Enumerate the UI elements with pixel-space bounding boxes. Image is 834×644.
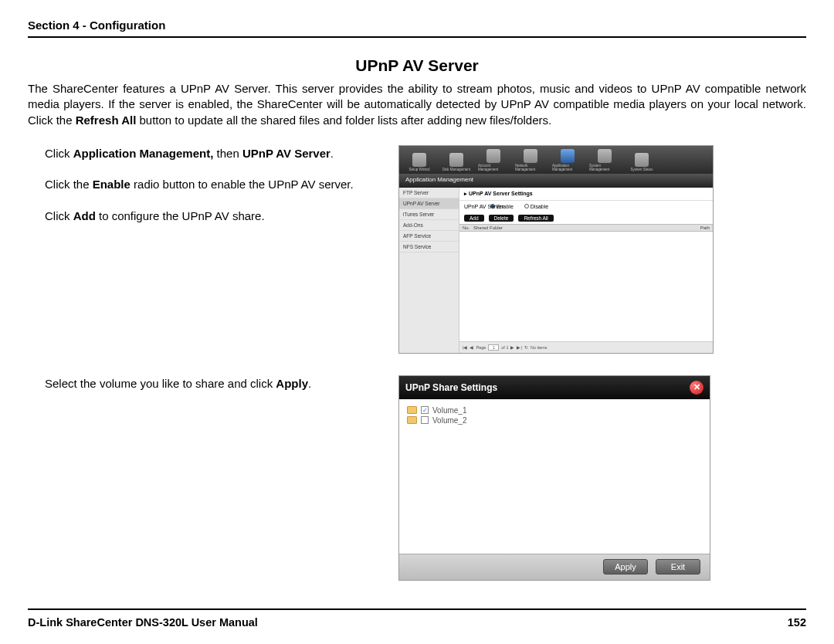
instruction-row-1: Click Application Management, then UPnP … <box>28 145 806 354</box>
volume-item-2[interactable]: Volume_2 <box>407 415 702 425</box>
pager-last-icon[interactable]: ▶| <box>517 345 521 350</box>
pager-input[interactable]: 1 <box>488 344 499 351</box>
topicon-system-status[interactable]: System Status <box>626 148 657 171</box>
instr2-line: Select the volume you like to share and … <box>45 375 368 393</box>
apply-button[interactable]: Apply <box>603 559 648 575</box>
enable-radio-row: UPnP AV Server Enable Disable <box>459 201 713 212</box>
sidebar: FTP Server UPnP AV Server iTunes Server … <box>399 188 459 353</box>
sidebar-item-nfs[interactable]: NFS Service <box>399 242 459 253</box>
screenshot-upnp-share-dialog: UPnP Share Settings ✕ ✓ Volume_1 Volume_… <box>398 375 710 581</box>
dialog-body: ✓ Volume_1 Volume_2 <box>399 399 710 554</box>
pager: |◀ ◀ Page 1 of 1 ▶ ▶| ↻ No items <box>459 341 713 353</box>
volume-item-1[interactable]: ✓ Volume_1 <box>407 405 702 415</box>
radio-off-icon <box>524 204 529 208</box>
checkbox-checked[interactable]: ✓ <box>421 406 429 414</box>
table-header: No. Shared Folder Path <box>459 224 713 232</box>
close-icon[interactable]: ✕ <box>690 381 703 395</box>
topicon-app-mgmt[interactable]: Application Management <box>552 148 583 171</box>
disk-icon <box>449 153 463 167</box>
exit-button[interactable]: Exit <box>656 559 700 575</box>
col-shared-folder: Shared Folder <box>473 225 700 230</box>
pager-first-icon[interactable]: |◀ <box>463 345 467 350</box>
top-icon-bar: Setup Wizard Disk Management Account Man… <box>399 146 713 174</box>
delete-button[interactable]: Delete <box>489 215 514 222</box>
instructions-block-2: Select the volume you like to share and … <box>28 375 368 407</box>
topicon-account-mgmt[interactable]: Account Management <box>478 148 509 171</box>
folder-icon <box>407 416 417 424</box>
pager-refresh-icon[interactable]: ↻ <box>524 345 528 350</box>
footer-page-number: 152 <box>788 616 806 629</box>
pager-noitems: No items <box>531 345 548 350</box>
instr-line-1: Click Application Management, then UPnP … <box>45 145 368 163</box>
sidebar-item-upnp-av[interactable]: UPnP AV Server <box>399 198 459 209</box>
account-icon <box>486 149 500 163</box>
settings-title: ▸ UPnP AV Server Settings <box>459 188 713 201</box>
disable-radio[interactable]: Disable <box>524 204 548 209</box>
section-header: Section 4 - Configuration <box>28 19 806 38</box>
dialog-title: UPnP Share Settings <box>405 382 497 393</box>
dialog-footer: Apply Exit <box>399 554 710 580</box>
action-buttons: Add Delete Refresh All <box>459 212 713 224</box>
network-icon <box>524 149 537 163</box>
footer-left: D-Link ShareCenter DNS-320L User Manual <box>28 616 258 629</box>
instructions-block-1: Click Application Management, then UPnP … <box>28 145 368 239</box>
topicon-disk-mgmt[interactable]: Disk Management <box>441 148 472 171</box>
settings-panel: ▸ UPnP AV Server Settings UPnP AV Server… <box>459 188 713 353</box>
volume-label: Volume_1 <box>432 406 466 415</box>
pager-prev-icon[interactable]: ◀ <box>470 345 473 350</box>
wizard-icon <box>412 153 426 167</box>
sidebar-item-addons[interactable]: Add-Ons <box>399 220 459 231</box>
topicon-setup-wizard[interactable]: Setup Wizard <box>404 148 435 171</box>
intro-text-2: button to update all the shared files an… <box>136 114 551 127</box>
system-icon <box>598 149 612 163</box>
app-icon <box>561 149 575 163</box>
checkbox-unchecked[interactable] <box>421 416 429 424</box>
volume-label: Volume_2 <box>432 416 466 425</box>
sidebar-item-ftp[interactable]: FTP Server <box>399 188 459 198</box>
screenshot-app-management: Setup Wizard Disk Management Account Man… <box>398 145 714 354</box>
upnp-label: UPnP AV Server <box>464 204 503 209</box>
instr-line-2: Click the Enable radio button to enable … <box>45 176 368 194</box>
pager-next-icon[interactable]: ▶ <box>510 345 514 350</box>
refresh-all-button[interactable]: Refresh All <box>518 215 553 222</box>
sidebar-item-afp[interactable]: AFP Service <box>399 231 459 242</box>
intro-bold-1: Refresh All <box>76 114 137 127</box>
instruction-row-2: Select the volume you like to share and … <box>28 375 806 581</box>
topicon-system-mgmt[interactable]: System Management <box>589 148 620 171</box>
sidebar-item-itunes[interactable]: iTunes Server <box>399 209 459 220</box>
col-no: No. <box>463 225 473 230</box>
instr-line-3: Click Add to configure the UPnP AV share… <box>45 208 368 225</box>
intro-paragraph: The ShareCenter features a UPnP AV Serve… <box>28 81 806 128</box>
col-path: Path <box>700 225 710 230</box>
add-button[interactable]: Add <box>464 215 484 222</box>
app-mgmt-titlebar: Application Management <box>399 174 713 188</box>
dialog-header: UPnP Share Settings ✕ <box>399 376 710 399</box>
table-body <box>459 232 713 341</box>
topicon-network-mgmt[interactable]: Network Management <box>515 148 546 171</box>
status-icon <box>635 153 649 167</box>
folder-icon <box>407 406 417 414</box>
page-footer: D-Link ShareCenter DNS-320L User Manual … <box>28 608 806 629</box>
page-title: UPnP AV Server <box>28 56 806 75</box>
